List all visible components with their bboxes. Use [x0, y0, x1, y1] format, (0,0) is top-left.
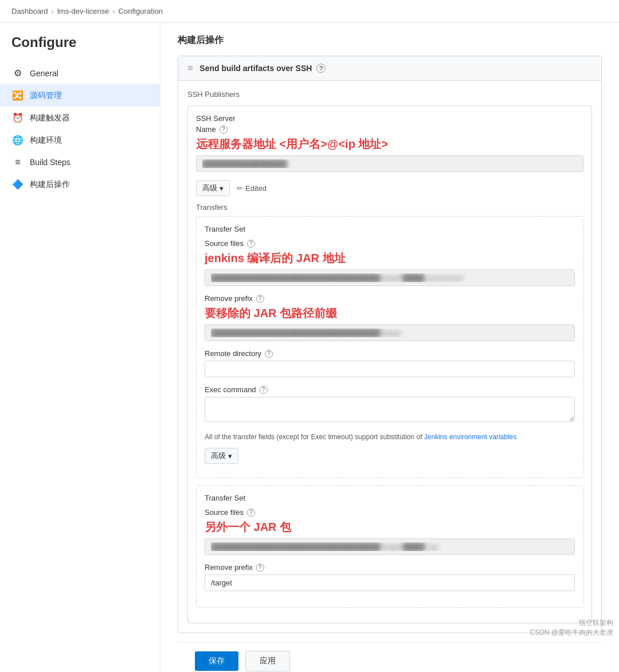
apply-button[interactable]: 应用	[245, 651, 290, 671]
breadcrumb-config[interactable]: Configuration	[119, 7, 163, 15]
source-files-input-1[interactable]	[205, 269, 575, 286]
sidebar: Configure ⚙ General 🔀 源码管理 ⏰ 构建触发器 🌐 构建环…	[0, 23, 160, 672]
sidebar-label-env: 构建环境	[30, 135, 62, 146]
source-icon: 🔀	[11, 90, 24, 101]
card-title: Send build artifacts over SSH	[199, 64, 312, 73]
name-input[interactable]	[196, 155, 583, 172]
transfer-set-1: Transfer Set Source files ? jenkins 编译后的…	[196, 216, 583, 478]
advanced-label-1: 高级	[202, 183, 217, 193]
source-files-label-1: Source files	[205, 239, 244, 248]
remove-prefix-help-icon-1[interactable]: ?	[256, 295, 264, 303]
sidebar-item-trigger[interactable]: ⏰ 构建触发器	[0, 107, 160, 129]
source-files-label-row-2: Source files ?	[205, 508, 575, 517]
source-annotation-1: jenkins 编译后的 JAR 地址	[205, 251, 575, 266]
advanced-label-2: 高级	[211, 451, 226, 461]
annotation-name: 远程服务器地址 <用户名>@<ip 地址>	[196, 136, 583, 152]
sidebar-label-buildsteps: Build Steps	[30, 158, 70, 167]
transfers-label: Transfers	[196, 203, 583, 212]
remove-prefix-input-2[interactable]	[205, 575, 575, 591]
edited-badge: ✏ Edited	[237, 184, 267, 193]
transfer-set-2-label: Transfer Set	[205, 494, 575, 502]
exec-label: Exec command	[205, 385, 256, 394]
save-button[interactable]: 保存	[195, 651, 238, 671]
exec-command-input[interactable]	[205, 397, 575, 422]
remote-dir-input[interactable]	[205, 361, 575, 377]
remote-dir-label-row: Remote directory ?	[205, 349, 575, 358]
card-body: SSH Publishers SSH Server Name ? 远程服务器地址…	[178, 81, 601, 632]
transfer-set-2: Transfer Set Source files ? 另外一个 JAR 包	[196, 485, 583, 608]
sidebar-label-postbuild: 构建后操作	[30, 179, 70, 190]
gear-icon: ⚙	[11, 68, 24, 79]
advanced-button-2[interactable]: 高级 ▾	[205, 448, 238, 464]
remove-prefix-input-1[interactable]	[205, 325, 575, 341]
remove-prefix-label-row-1: Remove prefix ?	[205, 294, 575, 303]
main-content: 构建后操作 ≡ Send build artifacts over SSH ? …	[160, 23, 619, 672]
sidebar-label-trigger: 构建触发器	[30, 113, 70, 123]
remove-prefix-group-2: Remove prefix ?	[205, 563, 575, 591]
remove-prefix-label-1: Remove prefix	[205, 294, 253, 303]
sidebar-label-source: 源码管理	[30, 91, 62, 101]
remote-dir-help-icon[interactable]: ?	[265, 350, 273, 358]
ssh-server-section: SSH Server Name ? 远程服务器地址 <用户名>@<ip 地址>	[187, 106, 592, 623]
ssh-server-name-group: SSH Server Name ? 远程服务器地址 <用户名>@<ip 地址>	[196, 114, 583, 172]
remote-dir-group: Remote directory ?	[205, 349, 575, 377]
remove-prefix-label-row-2: Remove prefix ?	[205, 563, 575, 572]
source-annotation-2: 另外一个 JAR 包	[205, 519, 575, 535]
remove-prefix-label-2: Remove prefix	[205, 563, 253, 572]
exec-label-row: Exec command ?	[205, 385, 575, 394]
help-text: All of the transfer fields (except for E…	[205, 432, 575, 442]
advanced-row-2: 高级 ▾	[205, 448, 575, 464]
ssh-card: ≡ Send build artifacts over SSH ? SSH Pu…	[178, 56, 602, 633]
globe-icon: 🌐	[11, 135, 24, 146]
name-label-row: Name ?	[196, 125, 583, 134]
breadcrumb: Dashboard › lms-dev-license › Configurat…	[0, 0, 619, 23]
source-files-input-2[interactable]	[205, 538, 575, 555]
breadcrumb-dashboard[interactable]: Dashboard	[11, 7, 48, 15]
drag-icon[interactable]: ≡	[187, 63, 193, 73]
pencil-icon: ✏	[237, 184, 243, 193]
source-files-help-icon-2[interactable]: ?	[247, 509, 255, 517]
breadcrumb-lms[interactable]: lms-dev-license	[57, 7, 109, 15]
breadcrumb-sep-1: ›	[52, 7, 54, 15]
remove-prefix-group-1: Remove prefix ? 要移除的 JAR 包路径前缀	[205, 294, 575, 341]
advanced-row-1: 高级 ▾ ✏ Edited	[196, 180, 583, 196]
remove-prefix-annotation-1: 要移除的 JAR 包路径前缀	[205, 306, 575, 321]
source-files-help-icon-1[interactable]: ?	[247, 240, 255, 248]
sidebar-item-general[interactable]: ⚙ General	[0, 62, 160, 84]
section-title: 构建后操作	[178, 34, 602, 46]
page-title: Configure	[0, 34, 160, 62]
name-label: Name	[196, 125, 216, 134]
advanced-button-1[interactable]: 高级 ▾	[196, 180, 230, 196]
remote-dir-label: Remote directory	[205, 349, 261, 358]
bottom-bar: 保存 应用	[178, 642, 602, 672]
exec-help-icon[interactable]: ?	[260, 386, 268, 394]
ssh-publishers-label: SSH Publishers	[187, 90, 592, 99]
env-vars-link[interactable]: Jenkins environment variables	[424, 433, 516, 441]
help-text-before: All of the transfer fields (except for E…	[205, 433, 424, 441]
list-icon: ≡	[11, 157, 24, 167]
source-files-group-2: Source files ? 另外一个 JAR 包	[205, 508, 575, 555]
exec-command-group: Exec command ?	[205, 385, 575, 424]
sidebar-item-env[interactable]: 🌐 构建环境	[0, 129, 160, 151]
name-help-icon[interactable]: ?	[220, 126, 228, 134]
transfer-set-1-label: Transfer Set	[205, 225, 575, 233]
source-files-group-1: Source files ? jenkins 编译后的 JAR 地址	[205, 239, 575, 286]
chevron-down-icon-1: ▾	[220, 184, 224, 193]
breadcrumb-sep-2: ›	[112, 7, 115, 15]
remove-prefix-help-icon-2[interactable]: ?	[256, 564, 264, 572]
edited-label: Edited	[245, 184, 267, 193]
card-header: ≡ Send build artifacts over SSH ?	[178, 56, 601, 81]
clock-icon: ⏰	[11, 112, 24, 123]
ssh-server-section-label: SSH Server	[196, 114, 583, 123]
sidebar-label-general: General	[30, 69, 58, 78]
sidebar-item-postbuild[interactable]: 🔷 构建后操作	[0, 173, 160, 196]
source-files-label-row-1: Source files ?	[205, 239, 575, 248]
sidebar-item-source[interactable]: 🔀 源码管理	[0, 84, 160, 107]
diamond-icon: 🔷	[11, 179, 24, 190]
chevron-down-icon-2: ▾	[228, 452, 232, 460]
sidebar-item-buildsteps[interactable]: ≡ Build Steps	[0, 151, 160, 173]
source-files-label-2: Source files	[205, 508, 244, 517]
card-help-icon[interactable]: ?	[316, 64, 326, 73]
